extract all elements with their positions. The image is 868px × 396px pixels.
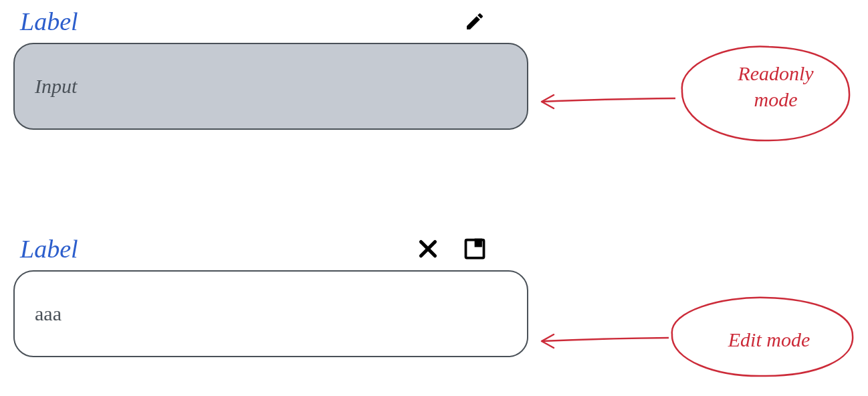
readonly-field-header: Label xyxy=(13,7,528,43)
readonly-input-value: Input xyxy=(35,75,77,98)
edit-annotation-text: Edit mode xyxy=(709,326,829,353)
save-icon xyxy=(463,237,487,261)
save-button[interactable] xyxy=(461,235,488,262)
edit-field-label: Label xyxy=(20,234,78,264)
cancel-button[interactable] xyxy=(415,235,441,262)
edit-button[interactable] xyxy=(461,8,488,35)
edit-field-header: Label xyxy=(13,234,528,270)
readonly-annotation-text: Readonlymode xyxy=(722,60,829,112)
edit-input[interactable]: aaa xyxy=(13,270,528,357)
edit-annotation: Edit mode xyxy=(535,294,863,381)
edit-field-group: Label aaa xyxy=(13,234,528,357)
svg-rect-3 xyxy=(476,240,481,246)
readonly-input: Input xyxy=(13,43,528,130)
readonly-field-label: Label xyxy=(20,7,78,36)
edit-input-value: aaa xyxy=(35,302,62,325)
edit-header-icons xyxy=(415,235,522,262)
readonly-header-icons xyxy=(461,8,522,35)
readonly-field-group: Label Input xyxy=(13,7,528,130)
pencil-icon xyxy=(464,11,485,32)
close-icon xyxy=(416,237,440,261)
readonly-annotation: Readonlymode xyxy=(535,40,863,147)
